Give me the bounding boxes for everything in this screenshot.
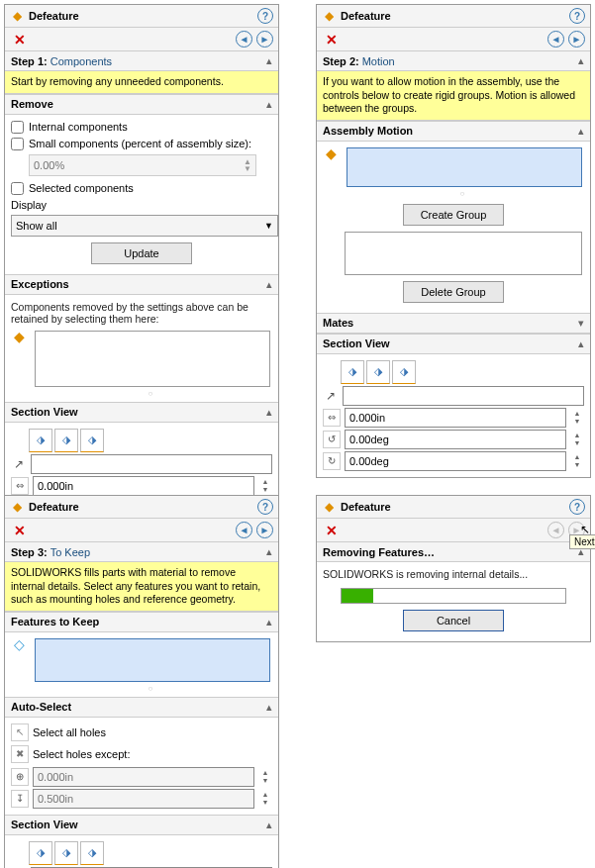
next-tooltip: Next <box>569 534 595 549</box>
max-diameter-icon: ⊕ <box>11 768 29 786</box>
section-view-header: Section View <box>11 819 260 830</box>
collapse-toggle[interactable]: ▴ <box>260 545 272 558</box>
panel-title: Defeature <box>29 501 257 513</box>
flip-icon[interactable]: ↗ <box>323 388 339 404</box>
collapse-toggle[interactable]: ▴ <box>260 819 272 831</box>
arrow-cross-icon: ✖ <box>11 745 29 763</box>
internal-components-check[interactable]: Internal components <box>11 119 272 136</box>
section-plane-3[interactable]: ⬗ <box>80 841 104 865</box>
collapse-toggle[interactable]: ▾ <box>572 317 584 330</box>
section-plane-1[interactable]: ⬗ <box>29 841 52 865</box>
section-plane-1[interactable]: ⬗ <box>341 360 364 384</box>
section-name-input[interactable] <box>31 454 272 474</box>
step-title: Components <box>50 55 260 67</box>
section-view-header: Section View <box>11 406 260 418</box>
section-plane-1[interactable]: ⬗ <box>29 429 52 452</box>
collapse-toggle[interactable]: ▴ <box>572 125 584 138</box>
small-percent-input[interactable]: 0.00% ▲▼ <box>29 154 256 176</box>
display-dropdown[interactable]: Show all ▼ <box>11 215 278 237</box>
resize-handle[interactable]: ○ <box>31 389 272 398</box>
section-plane-3[interactable]: ⬗ <box>80 429 104 452</box>
collapse-toggle[interactable]: ▴ <box>260 98 272 111</box>
section-plane-2[interactable]: ⬗ <box>54 429 78 452</box>
max-diameter-input[interactable] <box>33 767 254 787</box>
section-plane-3[interactable]: ⬗ <box>392 360 416 384</box>
next-button[interactable]: ► <box>568 31 585 48</box>
offset-input[interactable] <box>33 476 254 496</box>
step-title: Motion <box>362 55 572 67</box>
panel-title: Defeature <box>341 501 569 513</box>
progress-fill <box>342 589 373 603</box>
selection-icon: ◆ <box>11 329 27 344</box>
section-name-input[interactable] <box>343 386 584 406</box>
next-button[interactable]: ► <box>256 522 273 538</box>
angle2-input[interactable] <box>345 451 566 471</box>
features-keep-header: Features to Keep <box>11 616 260 627</box>
removing-header: Removing Features… <box>323 546 572 558</box>
collapse-toggle[interactable]: ▴ <box>572 338 584 350</box>
defeature-icon: ◆ <box>322 9 336 23</box>
angle1-input[interactable] <box>345 430 566 449</box>
cursor-icon: ↖ <box>580 523 590 536</box>
collapse-toggle[interactable]: ▴ <box>260 406 272 419</box>
step-hint: If you want to allow motion in the assem… <box>317 71 590 121</box>
progress-bar <box>341 588 566 604</box>
create-group-button[interactable]: Create Group <box>403 204 504 226</box>
step-hint: SOLIDWORKS fills parts with material to … <box>5 562 278 612</box>
resize-handle[interactable]: ○ <box>343 189 584 198</box>
offset-input[interactable] <box>345 408 566 428</box>
step-number: Step 2: <box>323 55 359 67</box>
offset-icon: ⇔ <box>11 477 29 495</box>
selection-icon: ◆ <box>323 145 339 161</box>
section-plane-2[interactable]: ⬗ <box>366 360 390 384</box>
angle1-icon: ↺ <box>323 431 341 448</box>
help-icon[interactable]: ? <box>257 8 273 24</box>
collapse-toggle[interactable]: ▴ <box>260 54 272 67</box>
step-hint: Start by removing any unneeded component… <box>5 71 278 94</box>
close-button[interactable]: ✕ <box>10 523 30 538</box>
exceptions-list[interactable] <box>35 331 270 387</box>
collapse-toggle[interactable]: ▴ <box>260 616 272 628</box>
small-components-check[interactable]: Small components (percent of assembly si… <box>11 136 272 152</box>
max-depth-input[interactable] <box>33 789 254 809</box>
selection-icon: ◇ <box>11 636 27 652</box>
help-icon[interactable]: ? <box>569 8 585 24</box>
back-button[interactable]: ◄ <box>236 522 252 538</box>
back-button[interactable]: ◄ <box>547 31 564 48</box>
selected-components-check[interactable]: Selected components <box>11 180 272 197</box>
groups-list[interactable] <box>345 232 582 275</box>
angle2-icon: ↻ <box>323 452 341 470</box>
select-holes-except[interactable]: ✖ Select holes except: <box>11 743 272 765</box>
step-number: Step 1: <box>11 55 48 67</box>
flip-icon[interactable]: ↗ <box>11 456 27 472</box>
exceptions-text: Components removed by the settings above… <box>11 299 272 329</box>
offset-icon: ⇔ <box>323 409 341 427</box>
back-button: ◄ <box>547 522 564 538</box>
select-all-holes[interactable]: ↖ Select all holes <box>11 722 272 743</box>
exceptions-header: Exceptions <box>11 278 260 290</box>
section-plane-2[interactable]: ⬗ <box>54 841 78 865</box>
display-label: Display <box>11 197 272 213</box>
collapse-toggle[interactable]: ▴ <box>260 278 272 291</box>
cancel-button[interactable]: Cancel <box>403 610 504 631</box>
arrow-icon: ↖ <box>11 723 29 741</box>
step-number: Step 3: <box>11 546 48 558</box>
help-icon[interactable]: ? <box>257 499 273 515</box>
close-button[interactable]: ✕ <box>322 523 342 538</box>
removing-message: SOLIDWORKS is removing internal details.… <box>323 566 584 584</box>
help-icon[interactable]: ? <box>569 499 585 515</box>
back-button[interactable]: ◄ <box>236 31 252 48</box>
delete-group-button[interactable]: Delete Group <box>403 281 504 303</box>
group-members-list[interactable] <box>347 147 582 187</box>
panel-title: Defeature <box>29 10 257 22</box>
features-list[interactable] <box>35 638 270 682</box>
defeature-icon: ◆ <box>10 500 24 514</box>
close-button[interactable]: ✕ <box>10 32 30 48</box>
collapse-toggle[interactable]: ▴ <box>260 701 272 714</box>
next-button[interactable]: ► <box>256 31 273 48</box>
section-view-header: Section View <box>323 338 572 349</box>
resize-handle[interactable]: ○ <box>31 684 272 693</box>
update-button[interactable]: Update <box>91 242 192 264</box>
collapse-toggle[interactable]: ▴ <box>572 54 584 67</box>
close-button[interactable]: ✕ <box>322 32 342 48</box>
